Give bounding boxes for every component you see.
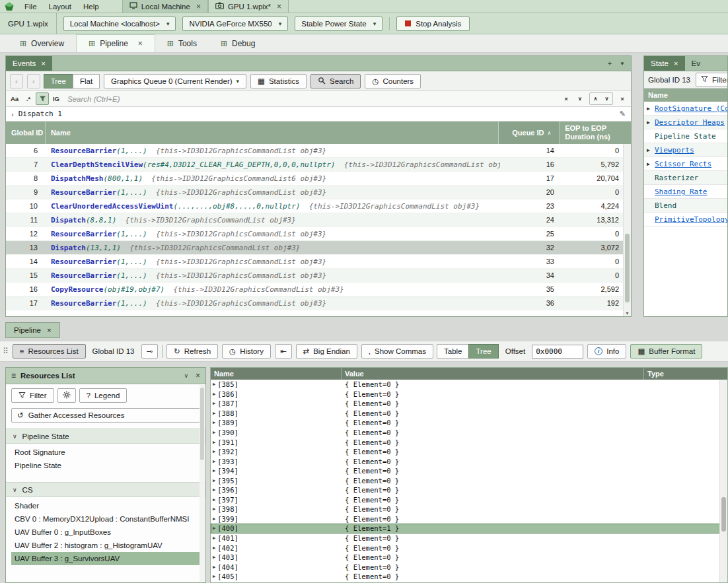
close-icon[interactable]: ×: [674, 59, 678, 67]
state-filter-button[interactable]: Filter: [696, 73, 728, 87]
events-scrollbar[interactable]: ▼: [623, 144, 631, 316]
event-row[interactable]: 13Dispatch(13,1,1) {this->ID3D12Graphics…: [6, 241, 631, 255]
buffer-row[interactable]: ▶[401]{ Element=0 }: [211, 533, 727, 543]
breadcrumb-label[interactable]: Dispatch 1: [18, 110, 62, 118]
state-item[interactable]: Blend: [644, 199, 727, 213]
statistics-button[interactable]: ▦ Statistics: [250, 74, 307, 88]
column-header-queue-id[interactable]: Queue ID ∧: [499, 121, 560, 144]
tree-toggle-button[interactable]: Tree: [44, 74, 73, 88]
filter-toggle[interactable]: [36, 92, 49, 105]
resource-item[interactable]: Root Signature: [11, 446, 200, 459]
event-row[interactable]: 14ResourceBarrier(1,...) {this->ID3D12Gr…: [6, 255, 631, 269]
filter-button[interactable]: Filter: [11, 388, 54, 403]
resources-section-header[interactable]: ∨CS: [6, 482, 205, 497]
flat-toggle-button[interactable]: Flat: [73, 74, 100, 88]
close-icon[interactable]: ×: [47, 326, 52, 334]
buffer-row[interactable]: ▶[397]{ Element=0 }: [211, 495, 727, 505]
resource-item[interactable]: UAV Buffer 2 : histogram : g_HistogramUA…: [11, 539, 200, 552]
scrollbar-thumb[interactable]: [721, 497, 726, 532]
buffer-row[interactable]: ▶[399]{ Element=0 }: [211, 514, 727, 524]
search-history-dropdown-icon[interactable]: ∨: [573, 92, 587, 105]
event-row[interactable]: 17ResourceBarrier(1,...) {this->ID3D12Gr…: [6, 296, 631, 310]
forward-button[interactable]: ›: [27, 74, 40, 88]
close-icon[interactable]: ×: [138, 39, 143, 48]
state-item[interactable]: Rasterizer: [644, 171, 727, 185]
buffer-scrollbar[interactable]: [719, 380, 727, 582]
menu-file[interactable]: File: [18, 0, 43, 13]
gather-accessed-resources-button[interactable]: ↺ Gather Accessed Resources: [11, 408, 200, 423]
table-toggle-button[interactable]: Table: [437, 344, 470, 359]
tab-state[interactable]: State ×: [644, 56, 685, 71]
buffer-row[interactable]: ▶[402]{ Element=0 }: [211, 543, 727, 553]
tab-pipeline[interactable]: ⊞ Pipeline ×: [76, 34, 155, 52]
machine-dropdown[interactable]: Local Machine <localhost> ▾: [63, 17, 176, 31]
event-row[interactable]: 8DispatchMesh(800,1,1) {this->ID3D12Grap…: [6, 172, 631, 186]
pin-button[interactable]: ⊸: [141, 344, 159, 359]
stop-analysis-button[interactable]: Stop Analysis: [396, 17, 470, 31]
column-header-type[interactable]: Type: [644, 368, 727, 380]
search-button[interactable]: Search: [310, 74, 361, 88]
counters-button[interactable]: ◷ Counters: [365, 74, 421, 88]
event-row[interactable]: 6ResourceBarrier(1,...) {this->ID3D12Gra…: [6, 144, 631, 158]
scrollbar-thumb[interactable]: [200, 388, 204, 460]
resource-item[interactable]: Shader: [11, 499, 200, 512]
column-header-value[interactable]: Value: [342, 368, 644, 380]
match-case-toggle[interactable]: Aa: [8, 92, 21, 105]
resource-item[interactable]: UAV Buffer 3 : g_SurvivorsUAV: [11, 552, 200, 565]
scrollbar-thumb[interactable]: [625, 234, 630, 302]
resource-item[interactable]: Pipeline State: [11, 459, 200, 472]
close-icon[interactable]: ×: [194, 2, 201, 11]
add-pane-icon[interactable]: +: [608, 59, 612, 67]
breadcrumb-chevron-icon[interactable]: ›: [11, 110, 14, 118]
legend-button[interactable]: ? Legend: [79, 388, 127, 403]
buffer-row[interactable]: ▶[398]{ Element=0 }: [211, 504, 727, 514]
resources-section-header[interactable]: ∨Pipeline State: [6, 429, 205, 444]
tab-debug[interactable]: ⊞ Debug: [209, 34, 267, 52]
buffer-row[interactable]: ▶[392]{ Element=0 }: [211, 447, 727, 457]
buffer-row[interactable]: ▶[394]{ Element=0 }: [211, 466, 727, 476]
close-icon[interactable]: ×: [196, 371, 200, 380]
close-icon[interactable]: ×: [275, 2, 281, 11]
buffer-row[interactable]: ▶[403]{ Element=0 }: [211, 553, 727, 563]
buffer-row[interactable]: ▶[388]{ Element=0 }: [211, 409, 727, 419]
state-item[interactable]: Pipeline State: [644, 129, 727, 143]
state-item[interactable]: Shading Rate: [644, 185, 727, 199]
close-search-icon[interactable]: ×: [616, 92, 629, 105]
resource-item[interactable]: UAV Buffer 0 : g_InputBoxes: [11, 526, 200, 539]
event-row[interactable]: 11Dispatch(8,8,1) {this->ID3D12GraphicsC…: [6, 213, 631, 227]
event-row[interactable]: 7ClearDepthStencilView(res#4,D3D12_CLEAR…: [6, 158, 631, 172]
refresh-button[interactable]: ↻ Refresh: [166, 344, 218, 359]
previous-match-icon[interactable]: ∧: [590, 92, 601, 105]
state-item[interactable]: PrimitiveTopology: [644, 213, 727, 226]
resources-scrollbar[interactable]: [200, 385, 205, 582]
event-row[interactable]: 12ResourceBarrier(1,...) {this->ID3D12Gr…: [6, 227, 631, 241]
state-column-header[interactable]: Name: [644, 88, 727, 102]
buffer-row[interactable]: ▶[389]{ Element=0 }: [211, 418, 727, 428]
event-row[interactable]: 9ResourceBarrier(1,...) {this->ID3D12Gra…: [6, 186, 631, 199]
search-input[interactable]: [63, 95, 559, 103]
resource-item[interactable]: CBV 0 : MemoryDX12Upload : ConstantBuffe…: [11, 512, 200, 526]
menu-help[interactable]: Help: [77, 0, 105, 13]
clear-search-icon[interactable]: ×: [560, 92, 573, 105]
column-header-name[interactable]: Name: [211, 368, 342, 380]
buffer-row[interactable]: ▶[387]{ Element=0 }: [211, 399, 727, 409]
pane-menu-icon[interactable]: ▼: [620, 61, 625, 67]
settings-button[interactable]: [57, 388, 76, 403]
column-header-global-id[interactable]: Global ID: [6, 121, 46, 144]
event-row[interactable]: 15ResourceBarrier(1,...) {this->ID3D12Gr…: [6, 269, 631, 283]
tab-pipeline-pane[interactable]: Pipeline ×: [5, 322, 60, 338]
resources-list-toggle-button[interactable]: ≡ Resources List: [13, 344, 86, 359]
buffer-row[interactable]: ▶[396]{ Element=0 }: [211, 485, 727, 495]
doc-tab-local-machine[interactable]: Local Machine ×: [122, 0, 208, 13]
event-row[interactable]: 10ClearUnorderedAccessViewUint(...,...,o…: [6, 199, 631, 213]
buffer-row[interactable]: ▶[385]{ Element=0 }: [211, 380, 727, 390]
info-button[interactable]: i Info: [587, 344, 626, 359]
state-item[interactable]: ▶Descriptor Heaps: [644, 116, 727, 129]
column-header-duration[interactable]: EOP to EOP Duration (ns): [560, 121, 631, 144]
doc-tab-gpu-wpix[interactable]: GPU 1.wpix* ×: [208, 0, 289, 13]
big-endian-button[interactable]: ⇄ Big Endian: [296, 344, 357, 359]
buffer-format-button[interactable]: ▦ Buffer Format: [630, 344, 702, 359]
tab-overview[interactable]: ⊞ Overview: [8, 34, 76, 52]
tab-tools[interactable]: ⊞ Tools: [155, 34, 209, 52]
gpu-dropdown[interactable]: NVIDIA GeForce MX550 ▾: [182, 17, 288, 31]
